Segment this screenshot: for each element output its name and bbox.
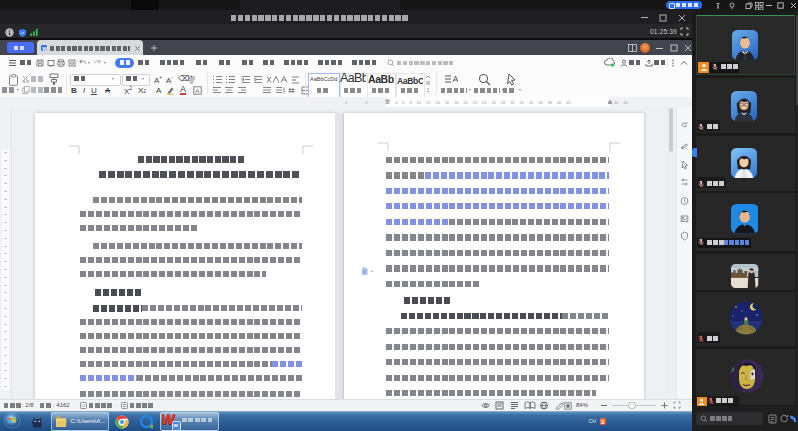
svg-text:A: A	[195, 87, 199, 93]
